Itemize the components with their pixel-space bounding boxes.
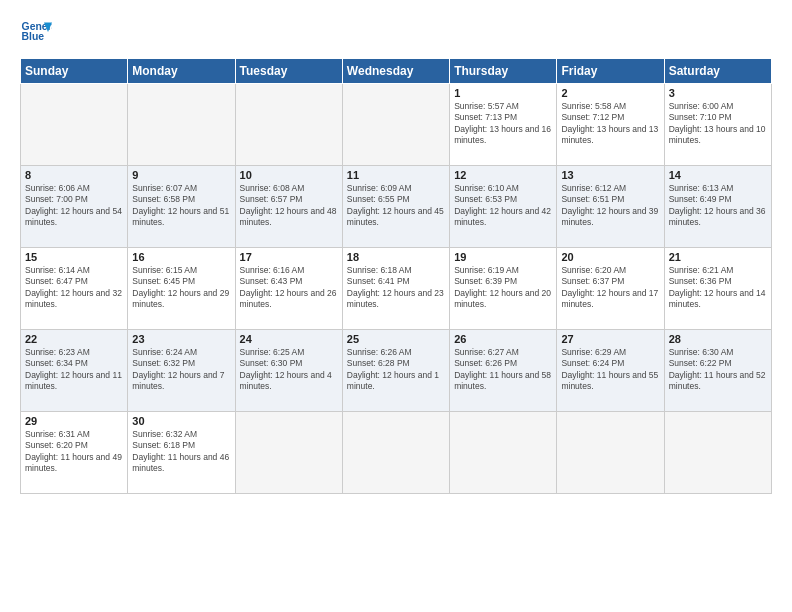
weekday-header-row: SundayMondayTuesdayWednesdayThursdayFrid… (21, 59, 772, 84)
day-number: 28 (669, 333, 767, 345)
day-number: 8 (25, 169, 123, 181)
weekday-header-thursday: Thursday (450, 59, 557, 84)
day-number: 1 (454, 87, 552, 99)
calendar-cell: 27Sunrise: 6:29 AMSunset: 6:24 PMDayligh… (557, 330, 664, 412)
day-info: Sunrise: 6:24 AMSunset: 6:32 PMDaylight:… (132, 347, 230, 393)
calendar-cell (235, 84, 342, 166)
day-info: Sunrise: 6:30 AMSunset: 6:22 PMDaylight:… (669, 347, 767, 393)
day-number: 10 (240, 169, 338, 181)
calendar-cell: 26Sunrise: 6:27 AMSunset: 6:26 PMDayligh… (450, 330, 557, 412)
calendar-cell (235, 412, 342, 494)
day-number: 21 (669, 251, 767, 263)
day-number: 2 (561, 87, 659, 99)
day-info: Sunrise: 6:07 AMSunset: 6:58 PMDaylight:… (132, 183, 230, 229)
calendar-week-row: 8Sunrise: 6:06 AMSunset: 7:00 PMDaylight… (21, 166, 772, 248)
day-number: 15 (25, 251, 123, 263)
day-info: Sunrise: 6:23 AMSunset: 6:34 PMDaylight:… (25, 347, 123, 393)
day-number: 18 (347, 251, 445, 263)
day-info: Sunrise: 6:19 AMSunset: 6:39 PMDaylight:… (454, 265, 552, 311)
weekday-header-sunday: Sunday (21, 59, 128, 84)
calendar-cell: 29Sunrise: 6:31 AMSunset: 6:20 PMDayligh… (21, 412, 128, 494)
calendar-cell: 15Sunrise: 6:14 AMSunset: 6:47 PMDayligh… (21, 248, 128, 330)
calendar-cell: 1Sunrise: 5:57 AMSunset: 7:13 PMDaylight… (450, 84, 557, 166)
day-info: Sunrise: 6:27 AMSunset: 6:26 PMDaylight:… (454, 347, 552, 393)
day-number: 16 (132, 251, 230, 263)
calendar-table: SundayMondayTuesdayWednesdayThursdayFrid… (20, 58, 772, 494)
calendar-cell: 3Sunrise: 6:00 AMSunset: 7:10 PMDaylight… (664, 84, 771, 166)
day-info: Sunrise: 6:00 AMSunset: 7:10 PMDaylight:… (669, 101, 767, 147)
calendar-cell: 9Sunrise: 6:07 AMSunset: 6:58 PMDaylight… (128, 166, 235, 248)
calendar-cell: 14Sunrise: 6:13 AMSunset: 6:49 PMDayligh… (664, 166, 771, 248)
day-info: Sunrise: 6:15 AMSunset: 6:45 PMDaylight:… (132, 265, 230, 311)
svg-text:Blue: Blue (22, 31, 45, 42)
calendar-cell (21, 84, 128, 166)
day-number: 22 (25, 333, 123, 345)
calendar-cell: 2Sunrise: 5:58 AMSunset: 7:12 PMDaylight… (557, 84, 664, 166)
day-info: Sunrise: 6:12 AMSunset: 6:51 PMDaylight:… (561, 183, 659, 229)
day-info: Sunrise: 6:14 AMSunset: 6:47 PMDaylight:… (25, 265, 123, 311)
day-number: 30 (132, 415, 230, 427)
logo: General Blue (20, 16, 52, 48)
calendar-cell: 12Sunrise: 6:10 AMSunset: 6:53 PMDayligh… (450, 166, 557, 248)
day-info: Sunrise: 6:20 AMSunset: 6:37 PMDaylight:… (561, 265, 659, 311)
calendar-cell (557, 412, 664, 494)
day-info: Sunrise: 6:29 AMSunset: 6:24 PMDaylight:… (561, 347, 659, 393)
calendar-cell: 30Sunrise: 6:32 AMSunset: 6:18 PMDayligh… (128, 412, 235, 494)
day-number: 11 (347, 169, 445, 181)
calendar-cell: 21Sunrise: 6:21 AMSunset: 6:36 PMDayligh… (664, 248, 771, 330)
day-info: Sunrise: 6:31 AMSunset: 6:20 PMDaylight:… (25, 429, 123, 475)
calendar-week-row: 15Sunrise: 6:14 AMSunset: 6:47 PMDayligh… (21, 248, 772, 330)
weekday-header-wednesday: Wednesday (342, 59, 449, 84)
day-number: 23 (132, 333, 230, 345)
day-number: 14 (669, 169, 767, 181)
day-number: 24 (240, 333, 338, 345)
day-info: Sunrise: 5:57 AMSunset: 7:13 PMDaylight:… (454, 101, 552, 147)
calendar-cell: 13Sunrise: 6:12 AMSunset: 6:51 PMDayligh… (557, 166, 664, 248)
day-info: Sunrise: 6:18 AMSunset: 6:41 PMDaylight:… (347, 265, 445, 311)
calendar-cell: 20Sunrise: 6:20 AMSunset: 6:37 PMDayligh… (557, 248, 664, 330)
day-info: Sunrise: 6:08 AMSunset: 6:57 PMDaylight:… (240, 183, 338, 229)
page-header: General Blue (20, 16, 772, 48)
calendar-cell (342, 412, 449, 494)
day-number: 26 (454, 333, 552, 345)
weekday-header-friday: Friday (557, 59, 664, 84)
weekday-header-saturday: Saturday (664, 59, 771, 84)
day-number: 12 (454, 169, 552, 181)
calendar-cell (664, 412, 771, 494)
calendar-cell (128, 84, 235, 166)
day-number: 13 (561, 169, 659, 181)
day-info: Sunrise: 6:21 AMSunset: 6:36 PMDaylight:… (669, 265, 767, 311)
calendar-cell: 19Sunrise: 6:19 AMSunset: 6:39 PMDayligh… (450, 248, 557, 330)
calendar-cell: 24Sunrise: 6:25 AMSunset: 6:30 PMDayligh… (235, 330, 342, 412)
calendar-cell: 22Sunrise: 6:23 AMSunset: 6:34 PMDayligh… (21, 330, 128, 412)
calendar-cell (450, 412, 557, 494)
calendar-cell: 8Sunrise: 6:06 AMSunset: 7:00 PMDaylight… (21, 166, 128, 248)
day-info: Sunrise: 6:09 AMSunset: 6:55 PMDaylight:… (347, 183, 445, 229)
calendar-week-row: 22Sunrise: 6:23 AMSunset: 6:34 PMDayligh… (21, 330, 772, 412)
day-number: 20 (561, 251, 659, 263)
calendar-cell: 11Sunrise: 6:09 AMSunset: 6:55 PMDayligh… (342, 166, 449, 248)
calendar-cell: 25Sunrise: 6:26 AMSunset: 6:28 PMDayligh… (342, 330, 449, 412)
day-number: 3 (669, 87, 767, 99)
calendar-cell (342, 84, 449, 166)
weekday-header-tuesday: Tuesday (235, 59, 342, 84)
day-number: 27 (561, 333, 659, 345)
calendar-cell: 16Sunrise: 6:15 AMSunset: 6:45 PMDayligh… (128, 248, 235, 330)
day-info: Sunrise: 6:06 AMSunset: 7:00 PMDaylight:… (25, 183, 123, 229)
calendar-week-row: 1Sunrise: 5:57 AMSunset: 7:13 PMDaylight… (21, 84, 772, 166)
weekday-header-monday: Monday (128, 59, 235, 84)
calendar-week-row: 29Sunrise: 6:31 AMSunset: 6:20 PMDayligh… (21, 412, 772, 494)
day-number: 19 (454, 251, 552, 263)
day-number: 25 (347, 333, 445, 345)
calendar-cell: 10Sunrise: 6:08 AMSunset: 6:57 PMDayligh… (235, 166, 342, 248)
calendar-cell: 23Sunrise: 6:24 AMSunset: 6:32 PMDayligh… (128, 330, 235, 412)
day-info: Sunrise: 6:16 AMSunset: 6:43 PMDaylight:… (240, 265, 338, 311)
calendar-cell: 17Sunrise: 6:16 AMSunset: 6:43 PMDayligh… (235, 248, 342, 330)
day-number: 17 (240, 251, 338, 263)
day-info: Sunrise: 6:10 AMSunset: 6:53 PMDaylight:… (454, 183, 552, 229)
day-info: Sunrise: 5:58 AMSunset: 7:12 PMDaylight:… (561, 101, 659, 147)
day-info: Sunrise: 6:26 AMSunset: 6:28 PMDaylight:… (347, 347, 445, 393)
day-number: 29 (25, 415, 123, 427)
day-info: Sunrise: 6:25 AMSunset: 6:30 PMDaylight:… (240, 347, 338, 393)
calendar-cell: 18Sunrise: 6:18 AMSunset: 6:41 PMDayligh… (342, 248, 449, 330)
